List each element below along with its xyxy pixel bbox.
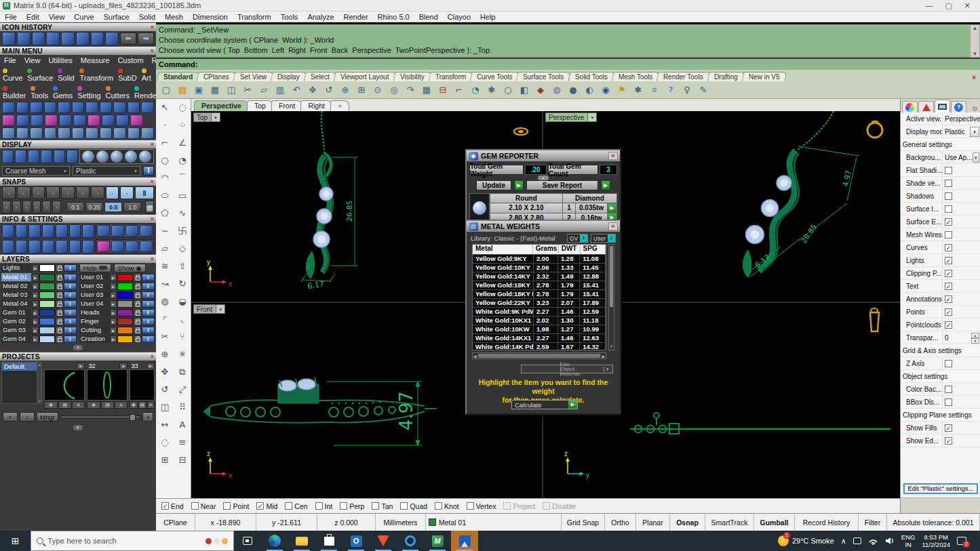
viewport-dropdown-icon[interactable]: ▾ — [587, 113, 596, 121]
tab-color-wheel-icon[interactable] — [902, 101, 918, 113]
menu-transform[interactable]: Transform — [233, 13, 276, 21]
checkbox-checked[interactable]: ✓ — [945, 270, 952, 277]
split-mirror-icon[interactable] — [44, 127, 57, 139]
split-tool-icon[interactable]: ⑂ — [174, 328, 191, 346]
close-button[interactable]: ✕ — [964, 1, 971, 10]
collapse-arrow-icon[interactable]: ▲ — [538, 176, 549, 180]
layer-row-user-03[interactable]: User 03▶I — [79, 291, 155, 299]
lock-icon[interactable] — [134, 327, 141, 334]
show-button[interactable]: Show◉ — [114, 264, 146, 272]
category-render[interactable]: Render — [134, 83, 156, 100]
category-surface[interactable]: Surface — [27, 66, 53, 82]
layers-collapse[interactable]: ▼ — [0, 344, 156, 352]
shield-render-icon[interactable]: ◆ — [533, 83, 548, 97]
layer-label[interactable]: Gem 03 — [1, 326, 31, 334]
prop-lights[interactable]: Lights✓ — [901, 254, 980, 267]
delete-icon[interactable]: ✕ — [72, 401, 85, 409]
loft-tool-icon[interactable]: ≋ — [156, 258, 174, 275]
boolean-difference-icon[interactable]: ◒ — [174, 293, 191, 310]
metal-row-yellow-gold-9ky[interactable]: Yellow Gold:9KY2.001.2811.08 — [473, 254, 606, 263]
measure-tool-icon[interactable]: ⌐ — [452, 83, 467, 97]
gem-row-1[interactable]: 2.10 X 2.1010.035tw▶ — [490, 203, 617, 213]
snap-value-1-0[interactable]: 1.0 — [123, 202, 141, 212]
points-set-icon[interactable]: ⁘ — [174, 117, 191, 134]
expand-icon[interactable]: ▶ — [32, 274, 39, 281]
layer-row-metal-01[interactable]: Metal 01▶I — [1, 273, 77, 281]
layer-row-user-01[interactable]: User 01▶I — [79, 273, 155, 281]
ring-band-icon[interactable] — [30, 102, 43, 113]
gv-toggle-button[interactable]: GVI — [567, 234, 588, 243]
prop-surface-e[interactable]: Surface E...✓ — [901, 216, 980, 228]
expand-icon[interactable]: ▶ — [32, 283, 39, 290]
hide-button[interactable]: Hide — [79, 264, 111, 272]
category-subd[interactable]: SubD — [118, 66, 137, 82]
layer-color-swatch[interactable] — [117, 318, 133, 325]
surface-plane-icon[interactable]: ▱ — [156, 240, 174, 258]
close-icon[interactable]: × — [151, 256, 154, 262]
close-icon[interactable]: × — [151, 353, 154, 360]
revolve-tool-icon[interactable]: ↻ — [174, 275, 191, 293]
edit-notes-icon[interactable] — [69, 224, 81, 238]
viewport-tab-right[interactable]: Right — [300, 100, 332, 111]
maximize-button[interactable]: ▢ — [945, 1, 952, 10]
history-cyan-icon[interactable] — [111, 241, 124, 252]
checkbox-unchecked[interactable] — [945, 205, 952, 213]
status-osnap[interactable]: Osnap — [670, 514, 705, 531]
checkbox-unchecked[interactable] — [467, 502, 474, 510]
prop-transpar[interactable]: Transpar...0▲▼ — [901, 331, 980, 344]
polygon-tool-icon[interactable]: ⬠ — [156, 205, 174, 222]
interp-curve-icon[interactable]: ~ — [156, 222, 174, 240]
tab-render-icon[interactable] — [918, 101, 934, 113]
prop-shade-ve[interactable]: Shade ve... — [901, 177, 980, 190]
category-curve[interactable]: Curve — [3, 66, 22, 82]
checkbox-unchecked[interactable] — [945, 386, 952, 393]
checkbox-checked[interactable]: ✓ — [161, 502, 169, 510]
mirror-cage-icon[interactable] — [113, 127, 126, 139]
expand-icon[interactable]: ▶ — [110, 274, 117, 281]
toolbar-tab-select[interactable]: Select — [304, 72, 337, 81]
lock-icon[interactable] — [56, 300, 63, 308]
osnap-point[interactable]: Point — [223, 502, 249, 510]
lock-icon[interactable] — [56, 274, 63, 281]
layer-color-swatch[interactable] — [39, 300, 55, 308]
viewport-dropdown-icon[interactable]: ▾ — [211, 113, 220, 121]
save-report-button[interactable]: Save Report — [526, 180, 598, 190]
up-button[interactable]: ↑ — [20, 412, 35, 422]
arc-3pt-icon[interactable]: ⌒ — [174, 169, 191, 187]
status-ortho[interactable]: Ortho — [605, 514, 636, 531]
slider-handle[interactable] — [130, 414, 136, 421]
cross-add-icon[interactable] — [2, 115, 15, 126]
book-dark-icon[interactable] — [128, 102, 140, 113]
menu-solid[interactable]: Solid — [134, 13, 160, 21]
status-x-18-890[interactable]: x -18.890 — [195, 514, 256, 531]
prop-surface-i[interactable]: Surface I... — [901, 203, 980, 216]
checkbox-unchecked[interactable] — [400, 502, 408, 510]
toolbar-tab-set-view[interactable]: Set View — [233, 72, 274, 81]
shield-blue-icon[interactable] — [100, 102, 113, 113]
status-planar[interactable]: Planar — [636, 514, 670, 531]
viewport-tab-front[interactable]: Front — [271, 100, 303, 111]
layer-color-swatch[interactable] — [39, 309, 55, 317]
layer-color-swatch[interactable] — [117, 291, 133, 299]
layer-toggle[interactable]: I — [64, 309, 77, 317]
prop-clipping-p[interactable]: Clipping P...✓ — [901, 267, 980, 280]
layer-label[interactable]: User 01 — [79, 273, 109, 281]
expand-icon[interactable]: ▶ — [110, 309, 117, 317]
layer-toggle[interactable]: I — [142, 300, 155, 308]
snap-concentric-icon[interactable]: · — [91, 186, 104, 199]
layout-tool-icon[interactable] — [116, 115, 129, 126]
gears-settings-icon[interactable] — [2, 224, 14, 238]
prop-pointclouds[interactable]: Pointclouds✓ — [901, 319, 980, 331]
osnap-end[interactable]: ✓End — [161, 502, 184, 510]
main-menu-file[interactable]: File — [4, 56, 16, 64]
print-icon[interactable]: ▦ — [208, 83, 222, 97]
flow-arrow-icon[interactable] — [85, 127, 98, 139]
projects-slider[interactable] — [60, 415, 141, 419]
display-mode-dropdown[interactable]: Plastic▾ — [73, 166, 140, 176]
render-cube-icon[interactable] — [28, 240, 41, 253]
command-scrollbar[interactable]: ▲▼ — [970, 24, 980, 58]
snap-value-0-1[interactable]: 0.1 — [66, 202, 84, 212]
layer-label[interactable]: Metal 02 — [1, 282, 31, 290]
status-y-21-611[interactable]: y -21.611 — [256, 514, 317, 531]
arc-center-icon[interactable]: ◔ — [468, 83, 483, 97]
